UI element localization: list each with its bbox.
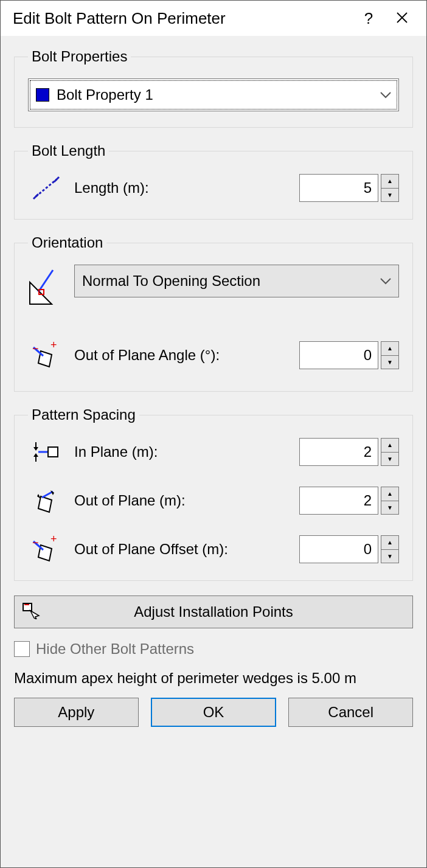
svg-line-1 xyxy=(38,270,53,292)
in-plane-spin-down[interactable]: ▼ xyxy=(381,453,399,467)
bolt-property-dropdown[interactable]: Bolt Property 1 xyxy=(28,78,399,111)
offset-spin-up[interactable]: ▲ xyxy=(381,535,399,550)
out-of-plane-spin-down[interactable]: ▼ xyxy=(381,501,399,515)
in-plane-icon xyxy=(28,437,64,467)
group-pattern-spacing: Pattern Spacing In Plane (m): xyxy=(14,406,413,581)
svg-rect-9 xyxy=(48,447,58,457)
out-of-plane-icon xyxy=(28,485,64,516)
length-label: Length (m): xyxy=(74,179,290,196)
help-button[interactable]: ? xyxy=(353,9,384,28)
hide-other-checkbox[interactable] xyxy=(14,641,30,657)
out-of-plane-input[interactable] xyxy=(299,487,378,515)
cancel-button[interactable]: Cancel xyxy=(288,698,413,727)
length-icon xyxy=(28,173,64,203)
out-of-plane-angle-label: Out of Plane Angle (°): xyxy=(74,347,290,364)
dialog-title: Edit Bolt Pattern On Perimeter xyxy=(13,9,353,28)
in-plane-label: In Plane (m): xyxy=(74,443,290,460)
svg-text:−: − xyxy=(32,536,39,549)
out-of-plane-offset-label: Out of Plane Offset (m): xyxy=(74,541,290,558)
out-of-plane-offset-input[interactable] xyxy=(299,535,378,563)
in-plane-spin-up[interactable]: ▲ xyxy=(381,438,399,453)
svg-text:+: + xyxy=(50,535,57,545)
angle-spin-up[interactable]: ▲ xyxy=(381,341,399,356)
out-of-plane-label: Out of Plane (m): xyxy=(74,492,290,509)
orientation-selected: Normal To Opening Section xyxy=(82,273,260,290)
apply-button[interactable]: Apply xyxy=(14,698,139,727)
hide-other-checkbox-row[interactable]: Hide Other Bolt Patterns xyxy=(14,641,413,658)
cursor-edit-icon xyxy=(21,601,41,623)
length-input[interactable] xyxy=(299,174,378,202)
legend-bolt-length: Bolt Length xyxy=(28,142,109,159)
out-of-plane-offset-icon: − + xyxy=(28,534,64,564)
length-spin-up[interactable]: ▲ xyxy=(381,174,399,189)
in-plane-input[interactable] xyxy=(299,438,378,466)
chevron-down-icon xyxy=(380,277,391,285)
legend-bolt-properties: Bolt Properties xyxy=(28,48,131,65)
dialog-window: Edit Bolt Pattern On Perimeter ? Bolt Pr… xyxy=(0,0,427,868)
status-text: Maximum apex height of perimeter wedges … xyxy=(14,670,413,687)
legend-pattern-spacing: Pattern Spacing xyxy=(28,406,139,423)
ok-button[interactable]: OK xyxy=(151,698,277,727)
legend-orientation: Orientation xyxy=(28,234,106,251)
close-button[interactable] xyxy=(384,9,420,28)
titlebar: Edit Bolt Pattern On Perimeter ? xyxy=(1,1,426,36)
length-spin-down[interactable]: ▼ xyxy=(381,189,399,203)
out-of-plane-spin-up[interactable]: ▲ xyxy=(381,487,399,501)
group-orientation: Orientation Normal To Opening Section xyxy=(14,234,413,392)
svg-marker-0 xyxy=(30,282,52,304)
out-of-plane-angle-icon: − + xyxy=(28,340,64,370)
hide-other-label: Hide Other Bolt Patterns xyxy=(36,641,194,658)
svg-line-10 xyxy=(42,491,53,498)
adjust-button-label: Adjust Installation Points xyxy=(134,603,293,620)
offset-spin-down[interactable]: ▼ xyxy=(381,550,399,564)
chevron-down-icon xyxy=(380,91,391,99)
out-of-plane-angle-input[interactable] xyxy=(299,341,378,369)
group-bolt-length: Bolt Length Length (m): ▲ ▼ xyxy=(14,142,413,220)
svg-text:−: − xyxy=(32,342,39,355)
orientation-dropdown[interactable]: Normal To Opening Section xyxy=(74,265,399,297)
dialog-content: Bolt Properties Bolt Property 1 Bolt Len… xyxy=(1,36,426,867)
color-swatch-icon xyxy=(36,88,49,102)
angle-spin-down[interactable]: ▼ xyxy=(381,356,399,370)
dialog-button-row: Apply OK Cancel xyxy=(14,698,413,727)
orientation-icon xyxy=(28,265,64,307)
svg-text:+: + xyxy=(50,341,57,351)
bolt-property-selected: Bolt Property 1 xyxy=(57,86,153,103)
adjust-installation-points-button[interactable]: Adjust Installation Points xyxy=(14,595,413,628)
group-bolt-properties: Bolt Properties Bolt Property 1 xyxy=(14,48,413,128)
